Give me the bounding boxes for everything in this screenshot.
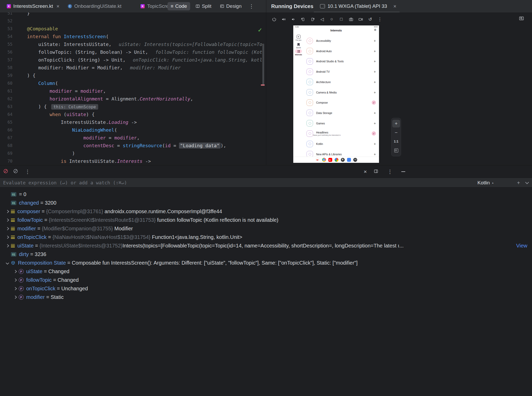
topic-follow-button[interactable]: +: [374, 38, 376, 43]
mode-design-button[interactable]: Design: [217, 2, 245, 10]
topic-follow-button[interactable]: +: [374, 49, 376, 53]
inspections-ok-icon[interactable]: ✓: [258, 27, 262, 33]
photos-app-icon[interactable]: [335, 158, 338, 162]
volume-up-icon[interactable]: [280, 16, 287, 23]
topic-row-games[interactable]: Games+: [304, 118, 379, 129]
tablet-icon: [320, 4, 325, 8]
topic-follow-button[interactable]: +: [374, 59, 376, 64]
topic-follow-button[interactable]: +: [374, 152, 376, 157]
topic-row-android-auto[interactable]: Android Auto+: [304, 46, 379, 56]
topic-row-architecture[interactable]: Architecture+: [304, 77, 379, 87]
emulator-screen[interactable]: 5:05 Interests ⚙ For you Saved Interests…: [293, 25, 379, 163]
mode-split-button[interactable]: Split: [192, 2, 215, 10]
zoom-actual-size-button[interactable]: 1:1: [392, 138, 400, 145]
gmail-app-icon[interactable]: M: [315, 158, 320, 162]
topic-row-kotlin[interactable]: Kotlin+: [304, 139, 379, 149]
snapshot-icon[interactable]: ↺: [367, 16, 374, 23]
topic-follow-button[interactable]: +: [374, 121, 376, 126]
disabled-watch-icon[interactable]: [13, 169, 18, 175]
debug-more-icon[interactable]: ⋮: [23, 169, 32, 175]
chevron-right-icon[interactable]: [4, 219, 11, 221]
topic-row-android-tv[interactable]: Android TV+: [304, 66, 379, 77]
chevron-right-icon[interactable]: [4, 227, 11, 230]
all-apps-icon[interactable]: [353, 158, 357, 162]
nav-rail-item-interests[interactable]: Interests: [293, 49, 304, 56]
editor-more-icon[interactable]: ⋮: [247, 3, 256, 9]
topic-follow-button[interactable]: +: [374, 80, 376, 84]
topic-row-data-storage[interactable]: Data Storage+: [304, 108, 379, 118]
home-icon[interactable]: ○: [328, 16, 335, 23]
add-watch-icon[interactable]: +: [517, 180, 520, 186]
zoom-out-button[interactable]: −: [392, 129, 400, 137]
variable-row-followTopic[interactable]: followTopic = {InterestsScreenKt$Interes…: [0, 216, 532, 224]
rotate-left-icon[interactable]: [299, 16, 307, 23]
chevron-right-icon[interactable]: [4, 210, 11, 213]
chevron-right-icon[interactable]: [11, 279, 19, 281]
nav-rail-item-for-you[interactable]: For you: [293, 35, 304, 41]
close-panel-icon[interactable]: ×: [364, 169, 367, 175]
topic-row-camera-media[interactable]: Camera & Media+: [304, 87, 379, 98]
variable-row-watch[interactable]: 01= 0: [0, 190, 532, 199]
hide-panel-icon[interactable]: [401, 171, 405, 172]
screen-search-icon[interactable]: [517, 15, 525, 22]
variable-row-dirty[interactable]: 01dirty = 3236: [0, 250, 532, 259]
nav-rail-item-saved[interactable]: Saved: [293, 43, 304, 49]
panel-options-icon[interactable]: ⋮: [385, 169, 395, 175]
topic-followed-badge[interactable]: ✓: [372, 100, 376, 105]
topic-row-headlines[interactable]: HeadlinesNews you'll definitely be inter…: [304, 128, 379, 139]
variable-row-modifier[interactable]: modifier = {Modifier$Companion@31755} Mo…: [0, 224, 532, 233]
variable-row-modifier[interactable]: Pmodifier = Static: [0, 293, 532, 301]
mode-code-button[interactable]: ≡ Code: [168, 2, 190, 10]
topic-row-android-studio-tools[interactable]: Android Studio & Tools+: [304, 56, 379, 66]
topic-follow-button[interactable]: +: [374, 142, 376, 146]
chrome-app-icon[interactable]: [322, 158, 326, 162]
tab-interestsscreen-kt[interactable]: KInterestsScreen.kt×: [3, 0, 64, 12]
variable-row-changed[interactable]: 01changed = 3200: [0, 199, 532, 207]
tab-close-icon[interactable]: ×: [56, 3, 59, 9]
code-editor[interactable]: 51}5253@Composable54internal fun Interes…: [0, 12, 266, 165]
mute-breakpoints-icon[interactable]: [3, 169, 8, 175]
variable-row-uiState[interactable]: PuiState = Changed: [0, 267, 532, 276]
chevron-right-icon[interactable]: [11, 296, 19, 298]
device-more-icon[interactable]: ⋮: [376, 16, 383, 23]
topic-row-compose[interactable]: Compose✓: [304, 97, 379, 108]
collapse-icon[interactable]: [525, 180, 529, 184]
volume-down-icon[interactable]: [290, 16, 297, 23]
settings-gear-icon[interactable]: ⚙: [374, 28, 376, 32]
topic-follow-button[interactable]: +: [374, 90, 376, 95]
variable-row-onTopicClick[interactable]: PonTopicClick = Unchanged: [0, 284, 532, 293]
chevron-right-icon[interactable]: [4, 236, 11, 238]
layout-settings-icon[interactable]: [374, 169, 378, 175]
variable-row-onTopicClick[interactable]: onTopicClick = {NiaNavHostKt$NiaNavHost$…: [0, 233, 532, 241]
variable-row-composer[interactable]: composer = {ComposerImpl@31761} androidx…: [0, 207, 532, 216]
profile-avatar-icon[interactable]: [341, 158, 345, 162]
screenshot-icon[interactable]: [347, 16, 355, 23]
running-devices-tab-close-icon[interactable]: ×: [393, 3, 396, 9]
screen-record-icon[interactable]: [357, 16, 364, 23]
evaluate-expression-input[interactable]: Evaluate expression (↵) or add a watch (…: [3, 178, 127, 188]
topic-follow-button[interactable]: +: [374, 111, 376, 115]
variable-row-Recomposition State[interactable]: Recomposition State = Composable fun Int…: [0, 259, 532, 267]
variable-row-uiState[interactable]: uiState = {InterestsUiState$Interests@31…: [0, 241, 532, 250]
youtube-app-icon[interactable]: ▶: [328, 158, 332, 162]
overview-icon[interactable]: □: [338, 16, 345, 23]
power-icon[interactable]: [270, 16, 278, 23]
chevron-right-icon[interactable]: [11, 287, 19, 290]
tab-onboardinguistate-kt[interactable]: COnboardingUiState.kt: [64, 0, 126, 12]
editor-scrollbar[interactable]: [262, 44, 264, 85]
zoom-fit-button[interactable]: [392, 147, 400, 155]
variable-row-followTopic[interactable]: PfollowTopic = Changed: [0, 276, 532, 284]
topic-row-accessibility[interactable]: Accessibility+: [304, 36, 379, 46]
back-icon[interactable]: ◁: [318, 16, 326, 23]
topic-follow-button[interactable]: +: [374, 69, 376, 74]
language-selector[interactable]: Kotlin ▲: [477, 178, 494, 188]
running-devices-tab[interactable]: 10.1 WXGA (Tablet) API 33 ×: [320, 0, 396, 12]
topic-followed-badge[interactable]: ✓: [372, 131, 376, 136]
chevron-right-icon[interactable]: [11, 270, 19, 273]
messages-app-icon[interactable]: [347, 158, 351, 162]
rotate-right-icon[interactable]: [309, 16, 316, 23]
chevron-right-icon[interactable]: [4, 245, 11, 247]
zoom-in-button[interactable]: +: [392, 120, 400, 127]
view-link[interactable]: View: [516, 243, 527, 249]
chevron-down-icon[interactable]: [4, 262, 11, 264]
